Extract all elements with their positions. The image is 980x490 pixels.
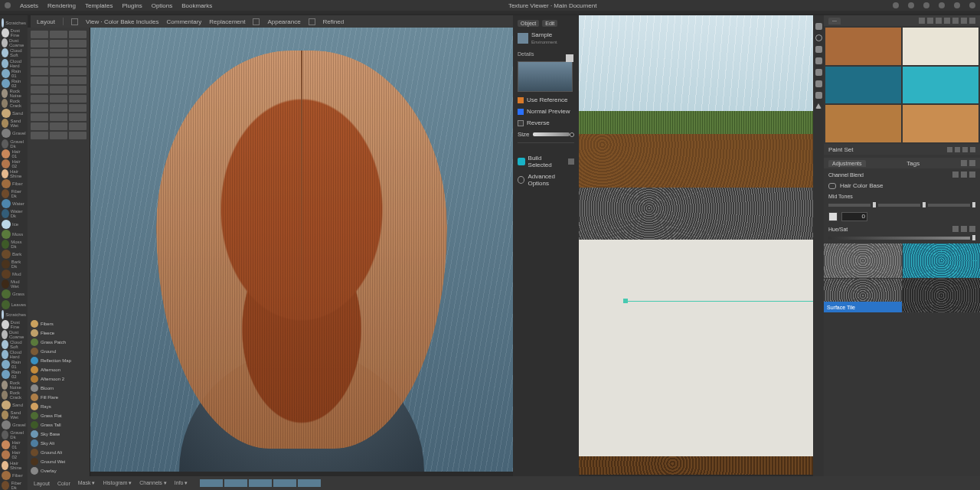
asset-cell[interactable] (50, 40, 67, 47)
slider-knob[interactable] (570, 132, 574, 137)
asset-cell[interactable] (31, 86, 48, 93)
status-item[interactable]: Color (57, 481, 70, 486)
brush-item[interactable]: Moss (2, 230, 26, 239)
asset-row[interactable]: Ground Alt (31, 449, 87, 456)
status-item[interactable]: Info ▾ (175, 480, 188, 486)
slider-track[interactable] (828, 204, 871, 207)
tab-tags[interactable]: Tags (906, 160, 920, 167)
asset-cell[interactable] (50, 122, 67, 130)
layer-row[interactable]: Hair Color Base (828, 181, 975, 191)
menu-item[interactable]: Rendering (47, 2, 76, 9)
asset-cell[interactable] (50, 95, 67, 103)
menu-icon[interactable] (961, 18, 967, 24)
opt-item[interactable]: Commentary (167, 18, 202, 25)
asset-cell[interactable] (69, 31, 87, 38)
brush-item[interactable]: Rock Crack (2, 99, 26, 108)
tool-icon[interactable] (815, 46, 822, 53)
brush-item[interactable]: Hair 01 (2, 149, 26, 158)
asset-cell[interactable] (50, 58, 67, 66)
status-thumb[interactable] (224, 479, 247, 487)
color-swatch[interactable] (903, 28, 978, 65)
size-slider[interactable]: Size (518, 131, 574, 138)
brush-item[interactable]: Water (2, 199, 26, 208)
asset-cell[interactable] (31, 122, 48, 130)
asset-cell[interactable] (69, 95, 87, 103)
brush-item[interactable]: Bark (2, 250, 26, 259)
brush-item[interactable]: Hair 02 (2, 159, 26, 168)
brush-item[interactable]: Grass (2, 289, 26, 299)
asset-row[interactable]: Sky Base (31, 430, 87, 438)
brush-item[interactable]: Dust Coarse (2, 38, 26, 47)
tool-icon[interactable] (815, 34, 822, 41)
brush-item[interactable]: Mud Wet (2, 279, 26, 289)
asset-row[interactable]: Afternoon (31, 366, 87, 374)
opts-icon[interactable] (961, 160, 967, 166)
tool-icon[interactable] (815, 23, 822, 30)
asset-cell[interactable] (69, 113, 87, 121)
brush-item[interactable]: Dust Fine (2, 320, 26, 329)
brush-item[interactable]: Fiber Dk (2, 481, 26, 490)
menu-item[interactable]: Bookmarks (181, 2, 212, 9)
brush-item[interactable]: Moss Dk (2, 240, 26, 249)
brush-item[interactable]: Leaves (2, 300, 26, 309)
sys-icon[interactable] (954, 2, 960, 8)
more-icon[interactable] (568, 158, 574, 165)
status-item[interactable]: Mask ▾ (78, 480, 96, 486)
asset-cell[interactable] (69, 122, 87, 130)
asset-cell[interactable] (69, 77, 87, 84)
status-thumb[interactable] (249, 479, 272, 487)
color-swatch[interactable] (825, 67, 901, 104)
brush-item[interactable]: Scratches (2, 18, 26, 28)
asset-cell[interactable] (50, 113, 67, 121)
asset-cell[interactable] (69, 86, 87, 93)
visibility-icon[interactable] (828, 183, 836, 189)
status-item[interactable]: Layout (34, 481, 50, 486)
menu-item[interactable]: Assets (20, 2, 38, 9)
checkbox-icon[interactable] (71, 18, 78, 25)
ctrl-icon[interactable] (969, 172, 975, 178)
ctrl-icon[interactable] (969, 226, 975, 232)
menu-item[interactable]: Templates (85, 2, 113, 9)
status-thumb[interactable] (273, 479, 296, 487)
menu-icon[interactable] (952, 18, 959, 24)
color-swatch[interactable] (903, 105, 978, 142)
slider-mark[interactable] (923, 202, 926, 207)
asset-cell[interactable] (31, 67, 48, 75)
menu-icon[interactable] (969, 18, 975, 24)
opt-item[interactable]: Appearance (267, 18, 300, 25)
asset-cell[interactable] (31, 77, 48, 84)
asset-cell[interactable] (31, 104, 48, 112)
asset-row[interactable]: Ground Wet (31, 458, 87, 466)
guide-handle[interactable] (623, 299, 628, 303)
brush-item[interactable]: Cloud Hard (2, 350, 26, 359)
tab-adjustments[interactable]: Adjustments (828, 160, 866, 167)
asset-cell[interactable] (31, 95, 48, 103)
brush-item[interactable]: Sand (2, 109, 26, 118)
asset-cell[interactable] (69, 40, 87, 47)
prop-row[interactable]: Use Reference (518, 96, 574, 103)
environment-thumb[interactable] (518, 61, 573, 92)
asset-row[interactable]: Grass Patch (31, 338, 87, 346)
asset-cell[interactable] (50, 77, 67, 84)
texture-tile[interactable] (903, 243, 981, 278)
action-row[interactable]: Advanced Options (518, 173, 574, 187)
slider-mark[interactable] (972, 202, 975, 207)
asset-row[interactable]: Fleece (31, 329, 87, 337)
brush-item[interactable]: Scratches (2, 310, 26, 319)
brush-item[interactable]: Dust Coarse (2, 330, 26, 339)
prop-row[interactable]: Normal Preview (518, 108, 574, 115)
slider-mark[interactable] (972, 235, 975, 240)
menu-item[interactable]: Options (152, 2, 173, 9)
asset-row[interactable]: Fill Flare (31, 394, 87, 401)
brush-item[interactable]: Rock Crack (2, 390, 26, 400)
tab-object[interactable]: Object (518, 20, 539, 27)
asset-row[interactable]: Sky Alt (31, 439, 87, 447)
hue-slider[interactable] (828, 235, 975, 240)
sys-icon[interactable] (939, 2, 945, 8)
asset-cell[interactable] (69, 49, 87, 57)
sys-icon[interactable] (923, 2, 929, 8)
ctrl-icon[interactable] (961, 172, 967, 178)
brush-item[interactable]: Rain 02 (2, 370, 26, 379)
opt-item[interactable]: Refined (323, 18, 345, 25)
brush-item[interactable]: Hair 02 (2, 450, 26, 459)
